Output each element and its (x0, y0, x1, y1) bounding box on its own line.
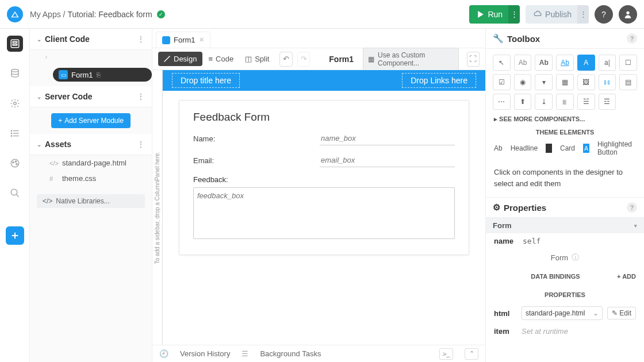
app-logo[interactable] (7, 6, 23, 22)
svg-point-14 (15, 161, 16, 162)
tool-button[interactable]: A (577, 55, 595, 71)
form-row-email: Email: (193, 153, 455, 167)
section-menu-icon[interactable]: ⋮ (137, 140, 145, 149)
rail-settings-icon[interactable] (7, 95, 23, 111)
edit-html-button[interactable]: ✎ Edit (607, 307, 636, 319)
prop-form-header[interactable]: Form ▾ (486, 218, 644, 233)
info-icon[interactable]: ⓘ (572, 252, 579, 263)
sidebar-drop-hint[interactable]: To add a sidebar, drop a ColumnPanel her… (152, 70, 163, 345)
asset-item[interactable]: # theme.css (30, 171, 152, 186)
background-tasks-button[interactable]: Background Tasks (260, 349, 321, 358)
help-icon[interactable]: ? (627, 33, 637, 44)
tool-label[interactable]: Ab (514, 55, 532, 71)
run-button[interactable]: Run (469, 5, 511, 24)
tool-grid[interactable]: ▤ (619, 74, 637, 90)
rail-list-icon[interactable] (7, 125, 23, 141)
chevron-down-icon: ⌄ (37, 141, 41, 148)
tool-textbox[interactable]: a| (599, 55, 616, 71)
tool-columns[interactable]: ⫼ (556, 94, 574, 110)
form-card[interactable]: Feedback Form Name: Email: Feedback: (179, 100, 469, 255)
right-panel: 🔧 Toolbox ? ↖ Ab Ab Ab A a| ☐ ☑ ◉ ▾ ▦ 🖼 … (485, 29, 644, 362)
expand-button[interactable]: ⛶ (467, 52, 480, 67)
rail-theme-icon[interactable] (7, 155, 23, 171)
rail-search-icon[interactable] (7, 185, 23, 201)
svg-rect-3 (13, 44, 17, 45)
svg-line-17 (16, 194, 19, 197)
prop-name-value[interactable]: self (523, 237, 540, 245)
close-icon[interactable]: ✕ (199, 36, 204, 44)
add-server-module-button[interactable]: + Add Server Module (51, 113, 131, 128)
split-icon: ◫ (245, 55, 252, 63)
rail-add-button[interactable] (6, 226, 24, 245)
tool-checkbox[interactable]: ☑ (493, 74, 511, 90)
native-libraries-button[interactable]: </> Native Libraries... (37, 194, 145, 208)
rail-app-icon[interactable] (7, 36, 23, 52)
console-button[interactable]: >_ (439, 348, 453, 360)
chevron-down-icon: ▾ (634, 223, 637, 229)
rail-database-icon[interactable] (7, 66, 23, 82)
tool-dropdown[interactable]: ▾ (535, 74, 553, 90)
canvas-wrap: To add a sidebar, drop a ColumnPanel her… (152, 70, 485, 345)
tool-pointer[interactable]: ↖ (493, 55, 511, 71)
section-client-code[interactable]: ⌄ Client Code ⋮ (30, 29, 152, 50)
breadcrumb-root[interactable]: My Apps (30, 10, 61, 19)
help-button[interactable]: ? (595, 5, 613, 24)
tool-datepicker[interactable]: ▦ (556, 74, 574, 90)
tab-form1[interactable]: Form1 ✕ (156, 32, 210, 48)
custom-component-button[interactable]: ▦ Use as Custom Component... (363, 48, 458, 71)
theme-card[interactable]: Card (560, 144, 575, 152)
svg-point-11 (11, 136, 12, 137)
publish-menu-button[interactable]: ⋮ (577, 5, 589, 24)
tool-textarea[interactable]: ☐ (619, 55, 637, 71)
form-item[interactable]: ▭ Form1 ⎘ (53, 68, 152, 82)
section-assets[interactable]: ⌄ Assets ⋮ (30, 134, 152, 155)
prop-html-row: html standard-page.html ⌄ ✎ Edit (486, 303, 644, 324)
tool-download[interactable]: ⤓ (535, 94, 553, 110)
drop-title-zone[interactable]: Drop title here (172, 73, 240, 88)
undo-button[interactable]: ↶ (279, 52, 292, 67)
svg-point-12 (11, 159, 19, 167)
tool-flow[interactable]: ☱ (577, 94, 595, 110)
html-select[interactable]: standard-page.html ⌄ (522, 306, 603, 320)
split-mode-button[interactable]: ◫ Split (239, 52, 275, 66)
asset-item[interactable]: </> standard-page.html (30, 155, 152, 171)
tool-plot[interactable]: ⫾⫾ (599, 74, 616, 90)
tool-label-bold[interactable]: Ab (535, 55, 553, 71)
tool-repeating[interactable]: ☲ (599, 94, 616, 110)
code-mode-button[interactable]: ≡ Code (202, 52, 239, 66)
plus-icon: + (58, 117, 62, 125)
list-icon: ☰ (241, 349, 248, 358)
breadcrumb-current[interactable]: Tutorial: Feedback form (67, 10, 152, 19)
form-icon (162, 36, 170, 44)
add-binding-button[interactable]: + ADD (617, 273, 636, 280)
section-menu-icon[interactable]: ⋮ (137, 34, 145, 44)
help-icon[interactable]: ? (627, 202, 637, 213)
feedback-textarea[interactable] (193, 187, 455, 239)
account-button[interactable] (619, 5, 637, 24)
run-menu-button[interactable]: ⋮ (508, 5, 520, 24)
section-server-code[interactable]: ⌄ Server Code ⋮ (30, 86, 152, 107)
left-panel: ⌄ Client Code ⋮ › ▭ Form1 ⎘ ⌄ Server Cod… (30, 29, 152, 362)
tool-link[interactable]: Ab (556, 55, 574, 71)
tool-upload[interactable]: ⬆ (514, 94, 532, 110)
theme-highlighted-button[interactable]: Highlighted Button (597, 140, 636, 156)
section-menu-icon[interactable]: ⋮ (137, 92, 145, 101)
tool-spacer[interactable]: ⋯ (493, 94, 511, 110)
theme-elements-header: THEME ELEMENTS (486, 126, 644, 138)
redo-button[interactable]: ↷ (297, 52, 310, 67)
tool-image[interactable]: 🖼 (577, 74, 595, 90)
version-history-button[interactable]: Version History (180, 349, 230, 358)
publish-button[interactable]: Publish (526, 5, 580, 24)
breadcrumb: My Apps / Tutorial: Feedback form (30, 10, 152, 19)
theme-headline[interactable]: Headline (511, 144, 538, 152)
tab-bar: Form1 ✕ (152, 29, 485, 48)
see-more-components[interactable]: ▸ SEE MORE COMPONENTS... (486, 112, 644, 126)
design-mode-button[interactable]: Design (158, 52, 202, 66)
feedback-label: Feedback: (193, 175, 228, 184)
collapse-button[interactable]: ⌃ (465, 348, 478, 360)
email-input[interactable] (320, 153, 455, 167)
design-canvas[interactable]: Drop title here Drop Links here Feedback… (163, 70, 485, 345)
drop-links-zone[interactable]: Drop Links here (402, 73, 476, 88)
tool-radio[interactable]: ◉ (514, 74, 532, 90)
name-input[interactable] (320, 132, 455, 145)
